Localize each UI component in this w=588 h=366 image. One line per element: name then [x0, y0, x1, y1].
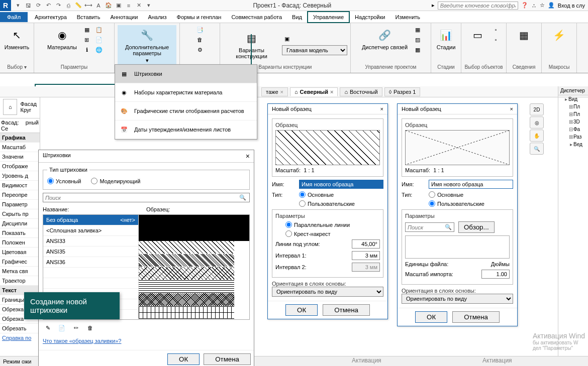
pattern-name-input[interactable]: [429, 180, 513, 189]
instance-selector[interactable]: рный: [26, 119, 39, 132]
prop-row[interactable]: Траектор: [0, 276, 40, 286]
object-styles-icon[interactable]: ▦: [82, 25, 92, 34]
crosshatch-radio[interactable]: Крест-накрест: [285, 230, 331, 237]
cancel-button[interactable]: Отмена: [204, 353, 251, 365]
measure-icon[interactable]: 📏: [74, 2, 82, 10]
s1-icon[interactable]: ▫: [491, 25, 501, 34]
browse-button[interactable]: Обзор...: [458, 221, 495, 233]
tree-item[interactable]: ⊞Пл: [558, 103, 588, 110]
rename-pattern-icon[interactable]: ✏: [71, 323, 81, 333]
view-tab-north[interactable]: ⌂Северный×: [290, 87, 338, 96]
close-icon[interactable]: ×: [380, 106, 383, 112]
pattern-search[interactable]: 🔍: [43, 193, 250, 202]
help-icon[interactable]: ❓: [521, 2, 528, 9]
basic-radio[interactable]: Основные: [429, 191, 463, 198]
close-view-icon[interactable]: ✕: [135, 2, 143, 10]
prop-row[interactable]: Положен: [0, 238, 40, 248]
pattern-row[interactable]: ANSI36: [43, 257, 138, 268]
close-icon[interactable]: ×: [330, 89, 333, 95]
delete-pattern-icon[interactable]: 🗑: [85, 323, 95, 333]
prop-row[interactable]: Скрыть пр: [0, 209, 40, 219]
dd-fill-patterns[interactable]: ▦Штриховки: [115, 65, 257, 83]
pattern-row[interactable]: Без образца<нет>: [43, 215, 138, 225]
prop-row[interactable]: Отображе: [0, 162, 40, 171]
switch-win-icon[interactable]: ▾: [145, 2, 153, 10]
star-icon[interactable]: ☆: [540, 2, 545, 9]
link2-icon[interactable]: ▨: [413, 35, 423, 44]
tree-3d[interactable]: ⊞3D: [558, 118, 588, 126]
orient-select[interactable]: Ориентировать по виду: [402, 294, 513, 304]
view-tab-east[interactable]: ⌂Восточный: [340, 87, 382, 96]
tree-schedules[interactable]: ▸Вед: [558, 141, 588, 148]
prop-row[interactable]: Обрезать: [0, 324, 40, 333]
close-icon[interactable]: ×: [246, 152, 250, 160]
keyword-search[interactable]: [438, 2, 518, 10]
pattern-row[interactable]: [43, 278, 138, 289]
section-icon[interactable]: ▣: [115, 2, 123, 10]
tree-sections[interactable]: ⊞Раз: [558, 133, 588, 141]
tree-views[interactable]: ▸Вид: [558, 95, 588, 103]
dd-material-assets[interactable]: ◉Наборы характеристик материала: [115, 83, 257, 102]
properties-help-link[interactable]: Справка по: [0, 333, 40, 342]
close-icon[interactable]: ×: [510, 106, 513, 112]
new-pattern-icon[interactable]: ✎: [43, 323, 53, 333]
zoom-icon[interactable]: 🔍: [530, 143, 544, 155]
print-icon[interactable]: ⎙: [64, 2, 72, 10]
s2-icon[interactable]: ▫: [491, 35, 501, 44]
pattern-row[interactable]: [43, 268, 138, 278]
orient-select[interactable]: Ориентировать по виду: [272, 287, 383, 297]
basic-radio[interactable]: Основные: [299, 191, 334, 198]
quick-access-toolbar[interactable]: ▾ 🖫 ⟳ ↶ ↷ ⎙ 📏 ⟷ A 🏠 ▣ ≡ ✕ ▾: [11, 2, 153, 10]
menu-insert[interactable]: Вставить: [72, 12, 106, 22]
inquiry-button[interactable]: ▦: [513, 25, 535, 45]
custom-radio[interactable]: Пользовательские: [299, 200, 355, 207]
prop-row[interactable]: Значени: [0, 152, 40, 162]
angle-input[interactable]: [352, 239, 380, 249]
menu-massing[interactable]: Формы и генплан: [172, 12, 227, 22]
import-scale-input[interactable]: [481, 270, 510, 279]
type-selector[interactable]: ⌂ ФасадКруг: [0, 96, 40, 118]
save-icon[interactable]: 🖫: [24, 2, 32, 10]
add-set-icon[interactable]: ▣: [282, 34, 292, 43]
model-radio[interactable]: Моделирующий: [91, 178, 140, 184]
pattern-file-list[interactable]: [405, 235, 510, 259]
link1-icon[interactable]: ▦: [413, 25, 423, 34]
user-icon[interactable]: 👤: [548, 2, 555, 9]
parallel-radio[interactable]: Параллельные линии: [285, 221, 350, 228]
menu-modify[interactable]: Изменить: [390, 12, 425, 22]
what-is-fill-link[interactable]: Что такое «образец заливки»?: [43, 336, 121, 346]
redo-icon[interactable]: ↷: [54, 2, 62, 10]
tree-item[interactable]: ⊞Пл: [558, 110, 588, 118]
cancel-button[interactable]: Отмена: [452, 311, 500, 323]
phases-button[interactable]: 📊Стадии: [434, 25, 459, 52]
manage-links-button[interactable]: 🔗Диспетчер связей: [359, 25, 411, 52]
drafting-radio[interactable]: Условный: [47, 178, 81, 184]
prop-row[interactable]: Уровень д: [0, 171, 40, 181]
prop-row[interactable]: Параметр: [0, 200, 40, 209]
ok-button[interactable]: ОК: [167, 353, 200, 365]
modify-button[interactable]: ↖Изменить: [2, 25, 33, 52]
wheel-icon[interactable]: ◎: [530, 116, 544, 129]
main-model-select[interactable]: Главная модель: [282, 45, 347, 55]
menu-architecture[interactable]: Архитектура: [30, 12, 72, 22]
ok-button[interactable]: ОК: [415, 311, 447, 323]
view-tab-1[interactable]: таже×: [261, 87, 288, 96]
search-icon[interactable]: 🔍: [445, 224, 452, 230]
cancel-button[interactable]: Отмена: [323, 304, 370, 316]
undo-icon[interactable]: ↶: [44, 2, 52, 10]
search-icon[interactable]: 🔍: [236, 193, 249, 202]
view3d-icon[interactable]: 🏠: [105, 2, 113, 10]
tree-facades[interactable]: ⊟Фа: [558, 126, 588, 133]
text-icon[interactable]: A: [94, 2, 103, 10]
close-icon[interactable]: ×: [280, 89, 283, 95]
menu-addins[interactable]: Надстройки: [350, 12, 390, 22]
prop-row[interactable]: Цветовая: [0, 248, 40, 257]
selection-button[interactable]: ▭: [467, 25, 489, 45]
pattern-file-search[interactable]: 🔍: [405, 222, 454, 232]
prop-row[interactable]: Метка свя: [0, 267, 40, 276]
pattern-name-input[interactable]: Имя нового образца: [299, 180, 383, 189]
menu-analyze[interactable]: Анализ: [143, 12, 171, 22]
ok-button[interactable]: ОК: [285, 304, 318, 316]
link3-icon[interactable]: ▩: [413, 45, 423, 54]
duplicate-pattern-icon[interactable]: 📄: [57, 323, 67, 333]
